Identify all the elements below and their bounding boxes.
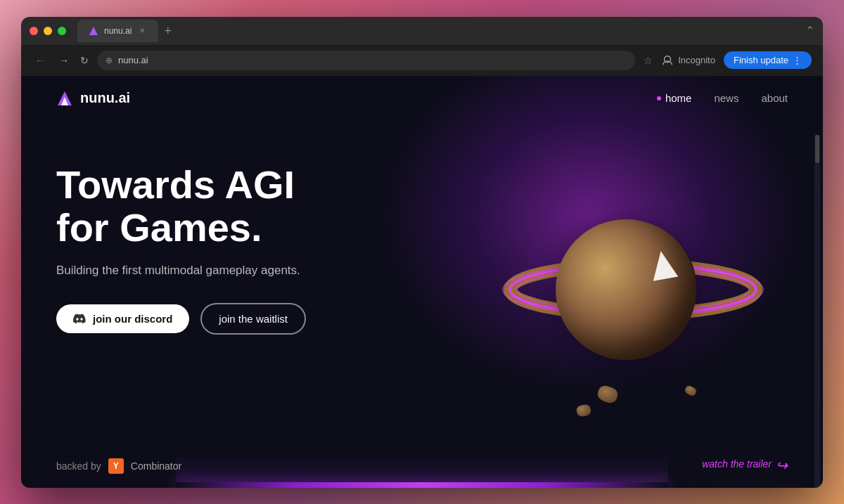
addressbar: ← → ↻ ⊕ nunu.ai ☆ Incognito Finish updat…	[21, 45, 823, 76]
backed-by-label: backed by	[56, 460, 101, 472]
nav-links: home news about	[657, 92, 788, 104]
browser-window: nunu.ai ✕ + ⌃ ← → ↻ ⊕ nunu.ai ☆ Incognit…	[21, 17, 823, 488]
hero-subtitle: Building the first multimodal gameplay a…	[56, 264, 306, 278]
planet-scene	[499, 191, 767, 458]
bookmark-button[interactable]: ☆	[644, 55, 653, 66]
nav-link-home[interactable]: home	[657, 92, 692, 104]
tab-title: nunu.ai	[104, 26, 132, 36]
discord-icon	[73, 314, 86, 323]
hero-section: Towards AGI for Games. Building the firs…	[21, 121, 823, 447]
backed-by-section: backed by Y Combinator	[56, 458, 181, 474]
maximize-window-button[interactable]	[58, 27, 66, 35]
active-nav-dot	[657, 96, 661, 101]
back-button[interactable]: ←	[32, 52, 48, 69]
join-waitlist-button[interactable]: join the waitlist	[200, 303, 306, 335]
logo[interactable]: nunu.ai	[56, 90, 130, 107]
nav-link-about[interactable]: about	[761, 92, 788, 104]
minimize-window-button[interactable]	[44, 27, 52, 35]
forward-button[interactable]: →	[56, 52, 72, 69]
incognito-icon	[661, 54, 674, 67]
titlebar: nunu.ai ✕ + ⌃	[21, 17, 823, 45]
finish-update-button[interactable]: Finish update ⋮	[724, 51, 812, 69]
combinator-text: Combinator	[131, 460, 181, 472]
url-text: nunu.ai	[118, 55, 148, 65]
hero-title: Towards AGI for Games.	[56, 163, 306, 250]
logo-icon	[56, 90, 73, 107]
trailer-arrow-icon: ↪	[776, 457, 788, 474]
url-bar[interactable]: ⊕ nunu.ai	[97, 51, 635, 70]
new-tab-button[interactable]: +	[164, 25, 172, 37]
rock-1	[596, 383, 620, 404]
rock-2	[576, 403, 592, 417]
browser-menu-button[interactable]: ⌃	[805, 24, 814, 37]
hero-buttons: join our discord join the waitlist	[56, 303, 306, 335]
svg-marker-0	[89, 27, 98, 35]
incognito-indicator: Incognito	[661, 54, 715, 67]
nav-link-news[interactable]: news	[714, 92, 738, 104]
planet-illustration	[499, 191, 767, 458]
yc-badge: Y	[108, 458, 124, 474]
site-content: nunu.ai home news about Towards AGI	[21, 76, 823, 488]
site-nav: nunu.ai home news about	[21, 76, 823, 121]
tab-close-button[interactable]: ✕	[137, 26, 147, 36]
hero-text: Towards AGI for Games. Building the firs…	[56, 163, 306, 335]
incognito-label: Incognito	[678, 55, 715, 65]
site-footer: backed by Y Combinator watch the trailer…	[21, 447, 823, 488]
update-menu-icon: ⋮	[793, 55, 802, 65]
window-controls	[30, 27, 66, 35]
planet-sail	[648, 249, 678, 281]
finish-update-label: Finish update	[734, 55, 788, 65]
join-discord-button[interactable]: join our discord	[56, 304, 189, 333]
discord-button-label: join our discord	[93, 313, 172, 325]
planet-body	[556, 219, 696, 360]
security-icon: ⊕	[106, 56, 113, 65]
reload-button[interactable]: ↻	[80, 55, 89, 66]
active-tab[interactable]: nunu.ai ✕	[77, 20, 158, 42]
rock-3	[684, 384, 698, 396]
tab-area: nunu.ai ✕ +	[77, 20, 805, 42]
waitlist-button-label: join the waitlist	[219, 313, 288, 325]
close-window-button[interactable]	[30, 27, 38, 35]
logo-text: nunu.ai	[80, 90, 130, 106]
watch-trailer-button[interactable]: watch the trailer ↪	[702, 458, 788, 474]
tab-favicon-icon	[89, 26, 98, 36]
